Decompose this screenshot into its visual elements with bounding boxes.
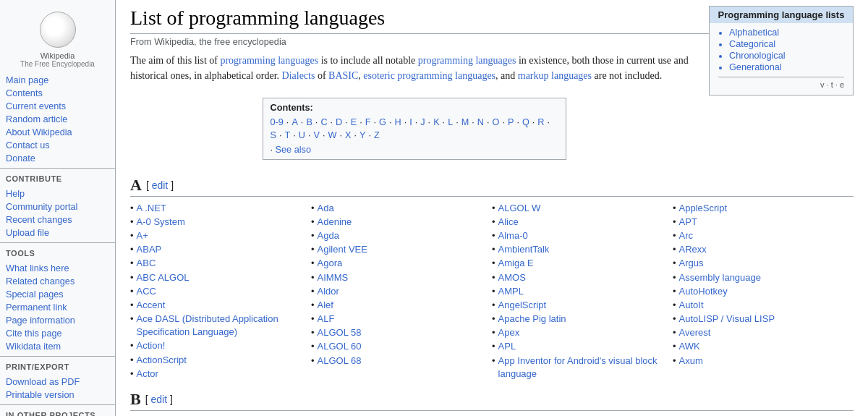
wikipedia-subtitle: The Free Encyclopedia <box>6 60 109 68</box>
list-item: Alice <box>492 216 673 229</box>
contents-link-Q[interactable]: Q <box>522 117 529 127</box>
sidebar-item-permanent-link[interactable]: Permanent link <box>0 301 115 314</box>
sidebar-item-recent-changes[interactable]: Recent changes <box>0 213 115 226</box>
sidebar-item-page-information[interactable]: Page information <box>0 314 115 327</box>
contents-link-I[interactable]: I <box>409 117 412 127</box>
list-item-alphabetical[interactable]: Alphabetical <box>729 27 779 38</box>
list-item: ACC <box>130 285 311 298</box>
list-item: ALF <box>311 313 492 326</box>
section-A-col-3: ALGOL W Alice Alma-0 AmbientTalk Amiga E… <box>492 201 673 381</box>
markup-link[interactable]: markup languages <box>518 70 592 81</box>
list-item-categorical[interactable]: Categorical <box>729 39 775 49</box>
contents-link-D[interactable]: D <box>336 117 342 127</box>
sidebar-item-main-page[interactable]: Main page <box>0 74 115 87</box>
list-item: AngelScript <box>492 299 673 312</box>
sidebar-item-random-article[interactable]: Random article <box>0 113 115 126</box>
section-edit-B: [ edit ] <box>145 394 173 405</box>
contents-see-also-link[interactable]: See also <box>276 145 311 155</box>
contents-link-W[interactable]: W <box>328 130 337 140</box>
sidebar-item-what-links-here[interactable]: What links here <box>0 262 115 275</box>
sidebar-item-related-changes[interactable]: Related changes <box>0 275 115 288</box>
list-item: A-0 System <box>130 216 311 229</box>
top-right-box-list: Alphabetical Categorical Chronological G… <box>729 27 844 72</box>
list-item: AppleScript <box>673 202 854 215</box>
list-item-generational[interactable]: Generational <box>729 62 782 72</box>
section-A-col-2: Ada Adenine Agda Agilent VEE Agora AIMMS… <box>311 201 492 381</box>
list-of-programming-languages-link[interactable]: programming languages <box>220 55 318 66</box>
list-item: Amiga E <box>492 257 673 270</box>
sidebar-item-cite-this-page[interactable]: Cite this page <box>0 327 115 340</box>
top-right-box-title: Programming language lists <box>710 7 853 23</box>
list-item: APL <box>492 340 673 353</box>
sidebar-item-special-pages[interactable]: Special pages <box>0 288 115 301</box>
list-item: Alef <box>311 299 492 312</box>
sidebar-item-donate[interactable]: Donate <box>0 152 115 165</box>
contents-label: Contents: <box>271 103 313 113</box>
contents-link-V[interactable]: V <box>314 130 320 140</box>
list-item: Aldor <box>311 285 492 298</box>
contents-link-O[interactable]: O <box>493 117 500 127</box>
contents-link-C[interactable]: C <box>320 117 327 127</box>
sidebar-item-community-portal[interactable]: Community portal <box>0 200 115 213</box>
sidebar-item-contact-us[interactable]: Contact us <box>0 139 115 152</box>
section-edit-A: [ edit ] <box>146 179 174 191</box>
basic-link[interactable]: BASIC <box>328 70 358 81</box>
contents-link-M[interactable]: M <box>461 117 469 127</box>
tools-nav: What links here Related changes Special … <box>0 262 115 353</box>
programming-languages-link[interactable]: programming languages <box>418 55 516 66</box>
sidebar-item-printable-version[interactable]: Printable version <box>0 389 115 402</box>
list-item: AutoIt <box>673 299 854 312</box>
vte-bar: v · t · e <box>718 77 844 89</box>
sidebar-item-upload-file[interactable]: Upload file <box>0 226 115 239</box>
list-item: Agda <box>311 229 492 242</box>
contents-link-G[interactable]: G <box>379 117 386 127</box>
contents-row: Contents: 0-9 · A · B · C · D · E · F · … <box>271 103 558 155</box>
list-item: AutoLISP / Visual LISP <box>673 313 854 326</box>
contents-link-E[interactable]: E <box>351 117 357 127</box>
list-item: Agora <box>311 257 492 270</box>
section-edit-link-B[interactable]: edit <box>150 394 167 405</box>
section-header-B: B [ edit ] <box>130 390 854 411</box>
contents-link-R[interactable]: R <box>537 117 544 127</box>
contents-link-Y[interactable]: Y <box>359 130 365 140</box>
main-content: Programming language lists Alphabetical … <box>116 0 868 416</box>
contents-link-H[interactable]: H <box>394 117 401 127</box>
contents-link-N[interactable]: N <box>477 117 484 127</box>
sidebar-item-help[interactable]: Help <box>0 187 115 200</box>
list-item: Arc <box>673 229 854 242</box>
sidebar-item-about-wikipedia[interactable]: About Wikipedia <box>0 126 115 139</box>
contents-link-F[interactable]: F <box>365 117 371 127</box>
dialects-link[interactable]: Dialects <box>282 70 315 81</box>
list-item: APT <box>673 216 854 229</box>
contents-link-P[interactable]: P <box>508 117 514 127</box>
sidebar-item-wikidata-item[interactable]: Wikidata item <box>0 340 115 353</box>
list-item: Apex <box>492 326 673 339</box>
list-item: ABC ALGOL <box>130 271 311 284</box>
sidebar-item-download-pdf[interactable]: Download as PDF <box>0 375 115 389</box>
contents-link-B[interactable]: B <box>306 117 312 127</box>
contents-link-09[interactable]: 0-9 <box>271 117 284 127</box>
list-item: AutoHotkey <box>673 285 854 298</box>
contents-link-X[interactable]: X <box>345 130 351 140</box>
list-item: ActionScript <box>130 354 311 367</box>
contents-link-A[interactable]: A <box>292 117 297 127</box>
list-item: AmbientTalk <box>492 243 673 256</box>
esoteric-link[interactable]: esoteric programming languages <box>363 70 495 81</box>
contents-link-J[interactable]: J <box>420 117 425 127</box>
contents-link-Z[interactable]: Z <box>374 130 380 140</box>
list-item: App Inventor for Android's visual block … <box>492 355 673 381</box>
contents-link-L[interactable]: L <box>448 117 453 127</box>
list-item: ALGOL W <box>492 202 673 215</box>
list-item: ALGOL 60 <box>311 340 492 353</box>
list-item-chronological[interactable]: Chronological <box>729 51 786 61</box>
contents-link-S[interactable]: S <box>271 130 276 140</box>
list-item: AIMMS <box>311 271 492 284</box>
section-edit-link-A[interactable]: edit <box>152 179 169 191</box>
contents-link-T[interactable]: T <box>285 130 291 140</box>
contents-link-U[interactable]: U <box>299 130 305 140</box>
contents-link-K[interactable]: K <box>433 117 439 127</box>
section-letter-B: B <box>130 390 141 409</box>
section-header-A: A [ edit ] <box>130 176 854 197</box>
sidebar-item-contents[interactable]: Contents <box>0 87 115 100</box>
sidebar-item-current-events[interactable]: Current events <box>0 100 115 113</box>
